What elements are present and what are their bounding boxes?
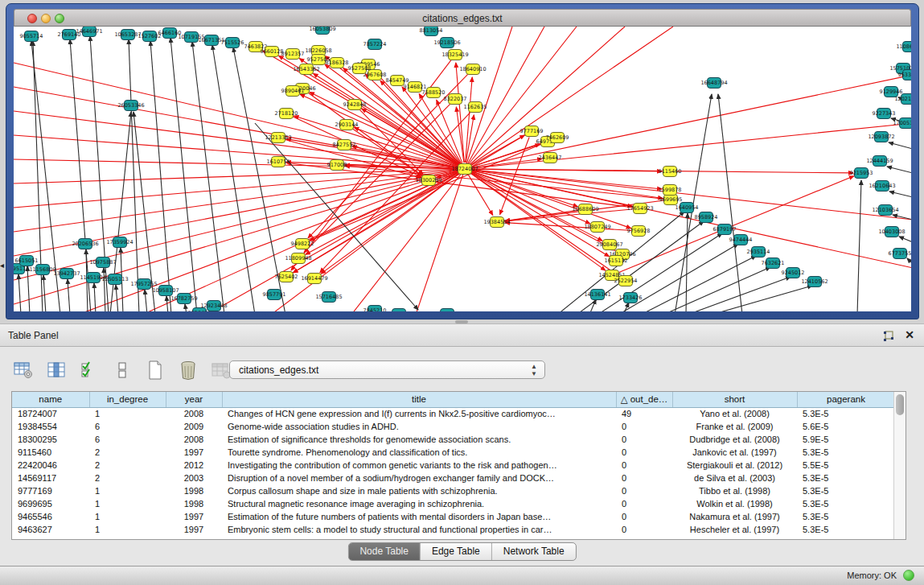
graph-node[interactable]: 16543362 bbox=[293, 64, 319, 75]
graph-node[interactable]: 29084067 bbox=[596, 240, 622, 250]
graph-node[interactable]: 12213383 bbox=[265, 133, 291, 143]
graph-node[interactable]: 8813054 bbox=[420, 27, 443, 36]
graph-node[interactable]: 11156809 bbox=[29, 265, 55, 275]
table-scrollbar-thumb[interactable] bbox=[896, 394, 904, 415]
graph-node[interactable]: 8322037 bbox=[444, 94, 467, 105]
graph-node[interactable]: 9245012 bbox=[782, 268, 805, 278]
table-row[interactable]: 946362711997Embryonic stem cells: a mode… bbox=[12, 523, 895, 536]
graph-node[interactable]: 1733426 bbox=[619, 293, 643, 303]
graph-node[interactable]: 1615132 bbox=[605, 256, 628, 266]
graph-node[interactable]: 12505113 bbox=[101, 274, 128, 285]
new-table-icon[interactable] bbox=[145, 360, 166, 380]
graph-node[interactable]: 20206536 bbox=[72, 239, 98, 249]
delete-table-icon[interactable] bbox=[178, 360, 199, 380]
graph-node[interactable]: 7845210 bbox=[363, 306, 387, 312]
graph-node[interactable]: 16210643 bbox=[869, 181, 895, 192]
table-row[interactable]: 1938455462009Genome-wide association stu… bbox=[12, 420, 895, 433]
graph-node[interactable]: 10975887 bbox=[89, 257, 116, 268]
graph-node[interactable]: 26053346 bbox=[117, 101, 144, 111]
graph-node[interactable]: 15716485 bbox=[315, 292, 342, 303]
graph-node[interactable]: 7632621 bbox=[762, 258, 785, 269]
graph-node[interactable]: 9699695 bbox=[659, 195, 683, 205]
table-select-dropdown[interactable]: citations_edges.txt ▲▼ bbox=[229, 360, 545, 379]
graph-node[interactable]: 16914479 bbox=[301, 274, 327, 284]
show-column-icon[interactable] bbox=[46, 360, 67, 380]
graph-node[interactable]: 13942737 bbox=[53, 269, 80, 279]
graph-node[interactable]: 9777169 bbox=[520, 126, 544, 137]
graph-node[interactable]: 9242848 bbox=[343, 100, 367, 110]
graph-node[interactable]: 16648794 bbox=[700, 78, 727, 89]
table-scrollbar[interactable] bbox=[893, 392, 906, 539]
graph-node[interactable]: 11929014 bbox=[433, 309, 460, 312]
tab-node-table[interactable]: Node Table bbox=[348, 543, 421, 560]
graph-node[interactable]: 16782759 bbox=[170, 294, 197, 304]
column-header-short[interactable]: short bbox=[672, 392, 797, 407]
window-titlebar[interactable]: citations_edges.txt bbox=[14, 9, 911, 27]
graph-node[interactable]: 17359924 bbox=[106, 237, 133, 248]
select-columns-icon[interactable] bbox=[79, 360, 100, 380]
graph-node[interactable]: 17654923 bbox=[626, 204, 653, 214]
panel-collapse-arrow[interactable]: ◂ bbox=[0, 261, 4, 270]
graph-node[interactable]: 9474444 bbox=[729, 235, 753, 245]
graph-node[interactable]: 1640954 bbox=[676, 203, 699, 213]
table-row[interactable]: 911546021997Tourette syndrome. Phenomeno… bbox=[12, 446, 895, 459]
column-header-name[interactable]: name bbox=[12, 392, 89, 407]
graph-node[interactable]: 2935114 bbox=[747, 247, 770, 257]
graph-node[interactable]: 18807249 bbox=[584, 222, 610, 233]
graph-node[interactable]: 12093872 bbox=[868, 132, 894, 142]
graph-node[interactable]: 7625402 bbox=[275, 272, 298, 282]
graph-node[interactable]: 9660128 bbox=[261, 47, 284, 57]
stacked-squares-icon[interactable] bbox=[112, 360, 133, 380]
float-panel-icon[interactable] bbox=[882, 330, 895, 343]
graph-node[interactable]: 2903144 bbox=[335, 120, 359, 130]
graph-node[interactable]: 10403008 bbox=[878, 227, 905, 237]
graph-node[interactable]: 12021292 bbox=[894, 94, 911, 105]
table-row[interactable]: 946554611997Estimation of the future num… bbox=[12, 510, 895, 523]
graph-node[interactable]: 917008 bbox=[327, 160, 347, 171]
graph-node[interactable]: 18640910 bbox=[459, 64, 486, 75]
table-row[interactable]: 1872400712008Changes of HCN gene express… bbox=[12, 407, 895, 420]
graph-node[interactable]: 6773755 bbox=[889, 249, 911, 259]
graph-node[interactable]: 12103654 bbox=[872, 205, 898, 216]
graph-node[interactable]: 16053809 bbox=[309, 27, 335, 35]
graph-node[interactable]: 7857224 bbox=[363, 39, 387, 50]
column-header-out_de[interactable]: △ out_de… bbox=[616, 392, 672, 407]
table-row[interactable]: 2242004622012Investigating the contribut… bbox=[12, 459, 895, 472]
column-header-title[interactable]: title bbox=[222, 392, 616, 407]
column-header-in_degree[interactable]: in_degree bbox=[89, 392, 166, 407]
graph-node[interactable]: 10234967 bbox=[385, 309, 412, 312]
graph-node[interactable]: 12410562 bbox=[801, 277, 827, 287]
graph-node[interactable]: 1162635 bbox=[464, 102, 487, 113]
graph-node[interactable]: 11086525 bbox=[896, 42, 911, 52]
graph-node[interactable]: 19384554 bbox=[483, 217, 510, 228]
graph-node[interactable]: 19218506 bbox=[433, 38, 460, 48]
graph-node[interactable]: 7515526 bbox=[221, 38, 244, 48]
column-header-pagerank[interactable]: pagerank bbox=[797, 392, 895, 407]
graph-node[interactable]: 6879197 bbox=[713, 225, 737, 235]
column-header-year[interactable]: year bbox=[166, 392, 222, 407]
tab-edge-table[interactable]: Edge Table bbox=[421, 543, 492, 560]
graph-node[interactable]: 9633715 bbox=[898, 70, 911, 80]
graph-node[interactable]: 10958107 bbox=[152, 286, 179, 296]
table-row[interactable]: 1830029562008Estimation of significance … bbox=[12, 433, 895, 446]
table-row[interactable]: 1456911722003Disruption of a novel membe… bbox=[12, 472, 895, 484]
graph-node[interactable]: 9227343 bbox=[873, 109, 896, 119]
graph-node[interactable]: 17005336 bbox=[893, 118, 911, 129]
graph-node[interactable]: 9055714 bbox=[20, 31, 43, 42]
graph-node[interactable]: 9498222 bbox=[291, 239, 314, 249]
table-header-row[interactable]: namein_degreeyeartitle△ out_de…shortpage… bbox=[12, 392, 895, 407]
graph-node[interactable]: 11809948 bbox=[285, 253, 311, 264]
graph-node[interactable]: 8912357 bbox=[281, 49, 305, 60]
table-row[interactable]: 969969511998Structural magnetic resonanc… bbox=[12, 497, 895, 510]
table-settings-icon[interactable] bbox=[13, 360, 34, 380]
graph-node[interactable]: 12444159 bbox=[866, 156, 893, 167]
close-panel-icon[interactable]: ✕ bbox=[905, 328, 914, 341]
table-row[interactable]: 977716911998Corpus callosum shape and si… bbox=[12, 484, 895, 497]
graph-node[interactable]: 1599878 bbox=[659, 185, 682, 196]
tab-network-table[interactable]: Network Table bbox=[492, 543, 576, 560]
graph-node[interactable]: 9115460 bbox=[659, 167, 682, 177]
graph-node[interactable]: 9756928 bbox=[627, 226, 651, 237]
network-canvas[interactable]: 1872400718325419186409108322037116263575… bbox=[14, 27, 911, 311]
graph-node[interactable]: 14136141 bbox=[584, 290, 610, 300]
graph-node[interactable]: 18325419 bbox=[441, 50, 468, 60]
